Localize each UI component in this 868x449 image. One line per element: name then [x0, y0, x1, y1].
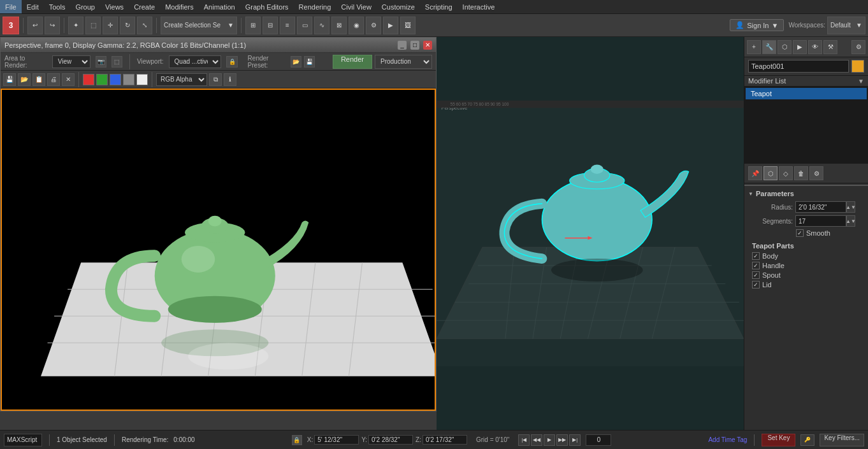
radius-input[interactable] — [795, 201, 846, 213]
menu-create[interactable]: Create — [129, 0, 160, 13]
render-frame-button[interactable]: 🖼 — [400, 17, 416, 34]
remove-modifier-btn[interactable]: 🗑 — [794, 166, 808, 180]
menu-graph-editors[interactable]: Graph Editors — [240, 0, 294, 13]
menu-rendering[interactable]: Rendering — [294, 0, 336, 13]
alpha-channel-swatch[interactable] — [123, 74, 134, 85]
go-start-btn[interactable]: |◀ — [518, 434, 530, 446]
modifier-list-row[interactable]: Modifier List ▼ — [744, 76, 868, 87]
settings-btn[interactable]: ⚙ — [851, 40, 865, 54]
menu-scripting[interactable]: Scripting — [420, 0, 458, 13]
menu-modifiers[interactable]: Modifiers — [160, 0, 199, 13]
maxscript-input[interactable] — [4, 434, 42, 446]
show-end-result-btn[interactable]: ⬡ — [763, 166, 778, 180]
object-name-input[interactable] — [748, 60, 849, 73]
segments-input[interactable] — [795, 215, 846, 227]
segments-spinner[interactable]: ▲▼ — [846, 215, 855, 227]
scale-button[interactable]: ⤡ — [137, 17, 152, 34]
display-panel-btn[interactable]: 👁 — [808, 40, 822, 54]
camera-icon-btn[interactable]: 📷 — [96, 56, 106, 68]
menu-civil-view[interactable]: Civil View — [336, 0, 376, 13]
menu-file[interactable]: File — [0, 0, 22, 13]
params-triangle-icon: ▼ — [748, 191, 753, 197]
render-info-button[interactable]: ℹ — [224, 73, 236, 86]
modify-panel-btn[interactable]: 🔧 — [762, 40, 776, 54]
render-setup-button[interactable]: ⚙ — [366, 17, 381, 34]
menu-group[interactable]: Group — [70, 0, 100, 13]
set-key-button[interactable]: Set Key — [762, 434, 795, 446]
maximize-button[interactable]: □ — [410, 41, 419, 50]
make-unique-btn[interactable]: ◇ — [779, 166, 793, 180]
menu-interactive[interactable]: Interactive — [458, 0, 500, 13]
array-button[interactable]: ⊟ — [263, 17, 278, 34]
modifier-teapot[interactable]: Teapot — [746, 88, 867, 99]
right-viewport[interactable]: Perspective 55 60 65 70 75 80 85 90 95 1… — [437, 37, 744, 430]
save-copy-button[interactable]: 📋 — [33, 73, 45, 86]
open-rt-button[interactable]: 📂 — [18, 73, 31, 86]
key-mode-btn[interactable]: 🔑 — [800, 434, 814, 446]
next-frame-btn[interactable]: ▶▶ — [556, 434, 568, 446]
redo-button[interactable]: ↪ — [45, 17, 60, 34]
utilities-panel-btn[interactable]: ⚒ — [823, 40, 837, 54]
select-button[interactable]: ✦ — [68, 17, 83, 34]
lock-icon[interactable]: 🔒 — [226, 56, 237, 68]
app-logo[interactable]: 3 — [3, 17, 19, 34]
key-filters-button[interactable]: Key Filters... — [820, 434, 864, 446]
create-selection-set-dropdown[interactable]: Create Selection Se ▼ — [161, 17, 237, 34]
lock-selection-btn[interactable]: 🔒 — [292, 435, 302, 445]
undo-button[interactable]: ↩ — [27, 17, 43, 34]
production-dropdown[interactable]: Production — [375, 55, 432, 69]
save-rt-button[interactable]: 💾 — [3, 73, 16, 86]
motion-panel-btn[interactable]: ▶ — [793, 40, 807, 54]
frame-input[interactable] — [586, 434, 611, 446]
white-channel-swatch[interactable] — [136, 74, 148, 85]
menu-animation[interactable]: Animation — [199, 0, 240, 13]
sign-in-button[interactable]: 👤 Sign In ▼ — [730, 19, 784, 31]
close-rt-button[interactable]: ✕ — [62, 73, 75, 86]
format-dropdown[interactable]: RGB Alpha — [156, 73, 207, 86]
render-button[interactable]: ▶ — [383, 17, 398, 34]
load-preset-icon[interactable]: 📂 — [291, 56, 301, 68]
save-preset-icon[interactable]: 💾 — [304, 56, 315, 68]
menu-tools[interactable]: Tools — [44, 0, 71, 13]
schematic-button[interactable]: ⊠ — [331, 17, 347, 34]
print-rt-button[interactable]: 🖨 — [47, 73, 60, 86]
spout-checkbox[interactable]: ✓ — [752, 271, 760, 279]
align-button[interactable]: ≡ — [280, 17, 295, 34]
green-channel-swatch[interactable] — [96, 74, 108, 85]
radius-spinner[interactable]: ▲▼ — [846, 201, 855, 213]
menu-views[interactable]: Views — [100, 0, 129, 13]
red-channel-swatch[interactable] — [83, 74, 94, 85]
modifier-list-arrow[interactable]: ▼ — [858, 78, 864, 85]
minimize-button[interactable]: _ — [398, 41, 407, 50]
workspaces-label: Workspaces: — [788, 22, 825, 29]
layer-button[interactable]: ▭ — [297, 17, 312, 34]
handle-checkbox[interactable]: ✓ — [752, 262, 760, 269]
menu-customize[interactable]: Customize — [377, 0, 420, 13]
workspaces-dropdown[interactable]: Default ▼ — [827, 17, 865, 34]
close-button[interactable]: ✕ — [423, 41, 432, 50]
lid-checkbox[interactable]: ✓ — [752, 281, 760, 289]
hierarchy-panel-btn[interactable]: ⬡ — [778, 40, 792, 54]
curve-editor-button[interactable]: ∿ — [314, 17, 329, 34]
material-button[interactable]: ◉ — [349, 17, 364, 34]
rotate-button[interactable]: ↻ — [120, 17, 135, 34]
menu-edit[interactable]: Edit — [22, 0, 44, 13]
play-btn[interactable]: ▶ — [544, 434, 555, 446]
mirror-button[interactable]: ⊞ — [245, 17, 261, 34]
configure-modifiers-btn[interactable]: ⚙ — [809, 166, 823, 180]
move-button[interactable]: ✛ — [103, 17, 118, 34]
area-to-render-dropdown[interactable]: View — [52, 55, 90, 68]
render-button[interactable]: Render — [333, 55, 372, 69]
body-checkbox[interactable]: ✓ — [752, 252, 760, 260]
viewport-dropdown[interactable]: Quad ...ctive — [169, 55, 222, 68]
create-panel-btn[interactable]: + — [747, 40, 761, 54]
go-end-btn[interactable]: ▶| — [569, 434, 581, 446]
blue-channel-swatch[interactable] — [110, 74, 121, 85]
clone-view-button[interactable]: ⧉ — [209, 73, 222, 86]
select-region-button[interactable]: ⬚ — [85, 17, 101, 34]
object-color-swatch[interactable] — [851, 60, 864, 73]
prev-frame-btn[interactable]: ◀◀ — [531, 434, 542, 446]
pin-stack-btn[interactable]: 📌 — [748, 166, 762, 180]
region-icon-btn[interactable]: ⬚ — [112, 56, 122, 68]
smooth-checkbox[interactable]: ✓ — [796, 229, 804, 237]
